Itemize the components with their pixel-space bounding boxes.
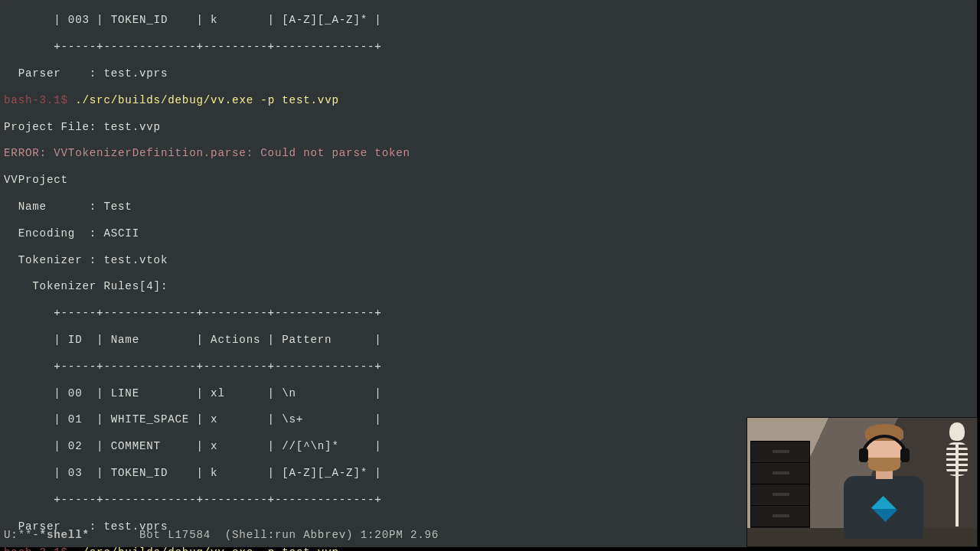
prompt-line: bash-3.1$ ./src/builds/debug/vv.exe -p t… [4,94,973,107]
shell-prompt: bash-3.1$ [4,546,75,551]
output-line: VVProject [4,174,973,187]
table-sep: +-----+-------------+---------+---------… [4,360,973,373]
output-line: Tokenizer Rules[4]: [4,280,973,293]
command-text: ./src/builds/debug/vv.exe -p test.vvp [75,546,339,551]
modeline-modified: U:**- [4,529,40,541]
modeline-position: Bot L17584 (Shell:run Abbrev) 1:20PM 2.9… [90,529,439,541]
shell-prompt: bash-3.1$ [4,94,75,106]
prompt-line: bash-3.1$ ./src/builds/debug/vv.exe -p t… [4,546,973,551]
output-line: +-----+-------------+---------+---------… [4,41,973,54]
output-line: Parser : test.vprs [4,67,973,80]
output-line: Encoding : ASCII [4,227,973,240]
output-line: Project File: test.vvp [4,121,973,134]
output-line: Tokenizer : test.vtok [4,254,973,267]
table-row: | 00 | LINE | xl | \n | [4,387,973,400]
output-line: | 003 | TOKEN_ID | k | [A-Z][_A-Z]* | [4,14,973,27]
modeline-buffer-name: *shell* [40,529,90,541]
error-line: ERROR: VVTokenizerDefinition.parse: Coul… [4,147,973,160]
file-cabinet [750,441,810,531]
table-sep: +-----+-------------+---------+---------… [4,307,973,320]
person [838,424,929,539]
command-text: ./src/builds/debug/vv.exe -p test.vvp [75,94,339,106]
table-header: | ID | Name | Actions | Pattern | [4,334,973,347]
output-line: Name : Test [4,201,973,214]
skeleton-prop [942,422,972,536]
webcam-overlay [746,417,978,547]
